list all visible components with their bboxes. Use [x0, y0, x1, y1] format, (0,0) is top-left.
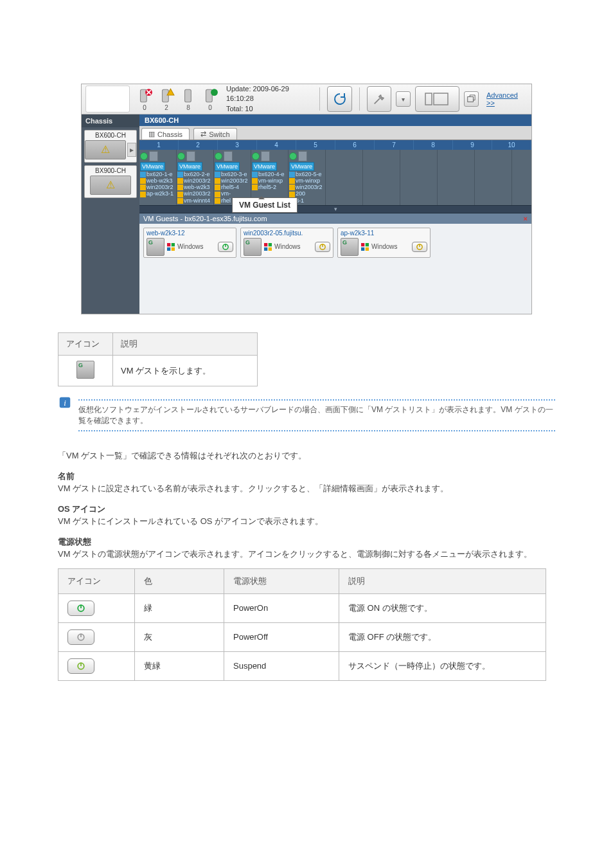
svg-rect-6 [425, 93, 432, 105]
layout-button[interactable] [415, 86, 459, 112]
power-button[interactable] [315, 242, 330, 252]
vm-entry[interactable]: win2003r2 [140, 184, 175, 190]
status-counter-warning[interactable]: 2 [158, 87, 175, 111]
power-suspend-icon [67, 658, 94, 674]
vm-entry[interactable]: vm- [215, 190, 250, 197]
chassis-icon [85, 140, 126, 159]
vm-guest-name[interactable]: win2003r2-05.fujitsu. [244, 230, 330, 237]
table-row: 緑 PowerOn 電源 ON の状態です。 [58, 593, 546, 622]
blade-hostname: bx620-1-e [140, 171, 175, 177]
vm-entry[interactable]: web-w2k3 [177, 184, 213, 190]
status-counter-unknown[interactable]: 8 [180, 87, 197, 111]
sidebar-item-bx900[interactable]: BX900-CH [84, 165, 137, 198]
windows-icon [264, 243, 272, 251]
power-on-icon [67, 601, 94, 616]
vm-entry[interactable]: vm-winnt4 [177, 197, 213, 204]
svg-rect-11 [167, 247, 170, 250]
vm-entry[interactable]: rhel5-2 [252, 184, 287, 190]
splitter[interactable]: ▾ [139, 205, 531, 213]
vm-guest-icon [244, 238, 262, 256]
preview-thumbnail[interactable] [85, 86, 130, 113]
vm-entry[interactable]: win2003r2 [215, 177, 250, 184]
windows-icon [361, 243, 369, 251]
status-counter-warning-value: 2 [164, 104, 168, 111]
chevron-right-icon[interactable]: ▸ [127, 143, 136, 157]
tools-dropdown[interactable]: ▾ [396, 91, 411, 107]
windows-icon [167, 243, 175, 251]
blade-slot-empty [363, 150, 400, 205]
vm-guest-icon [341, 238, 359, 256]
status-led-icon [140, 152, 148, 160]
refresh-button[interactable] [327, 86, 351, 112]
blade-slot[interactable]: VMwarebx620-1-eweb-w2k3win2003r2ap-w2k3-… [139, 150, 177, 205]
slot-number: 4 [257, 140, 296, 150]
blade-icon [186, 151, 195, 161]
tab-switch[interactable]: ⇄Switch [193, 128, 236, 140]
sidebar-item-label: BX900-CH [85, 167, 136, 174]
blade-slot[interactable]: VMwarebx620-5-evm-winxpwin2003r22003-1 [289, 150, 326, 205]
slot-number: 3 [218, 140, 257, 150]
vm-entry[interactable]: vm-winxp [289, 177, 324, 184]
vm-guest-name[interactable]: ap-w2k3-11 [341, 230, 427, 237]
table-row: 灰 PowerOff 電源 OFF の状態です。 [58, 622, 546, 651]
sidebar-item-bx600[interactable]: BX600-CH ▸ [84, 130, 137, 163]
vm-entry[interactable]: win2003r2 [177, 190, 213, 197]
svg-point-5 [211, 89, 218, 96]
switch-tab-icon: ⇄ [200, 130, 206, 138]
slot-number: 9 [453, 140, 492, 150]
name-description: VM ゲストに設定されている名前が表示されます。クリックすると、「詳細情報画面」… [58, 484, 449, 493]
svg-rect-8 [468, 97, 474, 102]
blade-area: VMwarebx620-1-eweb-w2k3win2003r2ap-w2k3-… [139, 150, 531, 205]
status-counter-error[interactable]: 0 [136, 87, 153, 111]
vm-guest-icon [76, 361, 94, 379]
blade-icon [224, 151, 233, 161]
close-icon[interactable]: × [524, 215, 528, 222]
status-counter-ok[interactable]: 0 [202, 87, 218, 111]
chassis-tab-icon: ▥ [148, 130, 155, 138]
callout-vm-guest-list: VM Guest List [232, 197, 298, 213]
svg-rect-23 [361, 247, 364, 250]
table-row: 黄緑 Suspend サスペンド（一時停止）の状態です。 [58, 651, 546, 680]
svg-rect-16 [269, 243, 272, 246]
sidebar-header: Chassis [82, 114, 139, 127]
section-paragraph: 「VM ゲスト一覧」で確認できる情報はそれぞれ次のとおりです。 [58, 449, 555, 462]
os-description: VM ゲストにインストールされている OS がアイコンで表示されます。 [58, 516, 323, 526]
status-led-icon [252, 152, 260, 160]
app-window: 0 2 8 0 Update: 2009-06-29 16:10:28 Tota… [81, 84, 532, 314]
status-counter-unknown-value: 8 [186, 104, 190, 111]
main-panel: BX600-CH ▥Chassis ⇄Switch 12345678910 VM… [139, 114, 531, 314]
tab-chassis[interactable]: ▥Chassis [141, 128, 190, 140]
status-counter-ok-value: 0 [208, 104, 212, 111]
vm-guest-card: ap-w2k3-11Windows [337, 228, 431, 258]
power-button[interactable] [412, 242, 427, 252]
slot-number: 7 [375, 140, 414, 150]
info-icon: i [58, 395, 72, 410]
vm-entry[interactable]: vm-winxp [252, 177, 287, 184]
blade-slot[interactable]: VMwarebx620-3-ewin2003r2rhel5-4vm-rhel [214, 150, 251, 205]
blade-icon [261, 151, 270, 161]
svg-rect-15 [264, 243, 267, 246]
svg-rect-9 [167, 243, 170, 246]
advanced-link[interactable]: Advanced >> [486, 91, 526, 107]
vm-entry[interactable]: win2003r2 [289, 184, 324, 190]
tools-button[interactable] [367, 86, 391, 112]
vm-guest-header-title: VM Guests - bx620-1-esx35.fujitsu.com [143, 215, 267, 222]
popup-button[interactable] [464, 91, 479, 107]
vm-guest-header: VM Guests - bx620-1-esx35.fujitsu.com × [139, 213, 531, 224]
status-counter-error-value: 0 [143, 104, 147, 111]
blade-slot-empty [400, 150, 438, 205]
blade-slot[interactable]: VMwarebx620-2-ewin2003r2web-w2k3win2003r… [177, 150, 214, 205]
vm-entry[interactable]: 200 [289, 190, 324, 197]
vm-guest-name[interactable]: web-w2k3-12 [147, 230, 233, 237]
power-button[interactable] [218, 242, 233, 252]
vmware-badge: VMware [140, 162, 165, 171]
vm-entry[interactable]: ap-w2k3-1 [140, 190, 175, 197]
vm-guest-card: win2003r2-05.fujitsu.Windows [240, 228, 333, 258]
vm-entry[interactable]: web-w2k3 [140, 177, 175, 184]
slot-number: 5 [296, 140, 335, 150]
vm-entry[interactable]: rhel5-4 [215, 184, 250, 190]
vm-entry[interactable]: win2003r2 [177, 177, 213, 184]
power-off-icon [67, 629, 94, 645]
blade-slot[interactable]: VMwarebx620-4-evm-winxprhel5-2VM Guest L… [251, 150, 289, 205]
slot-number: 10 [492, 140, 531, 150]
